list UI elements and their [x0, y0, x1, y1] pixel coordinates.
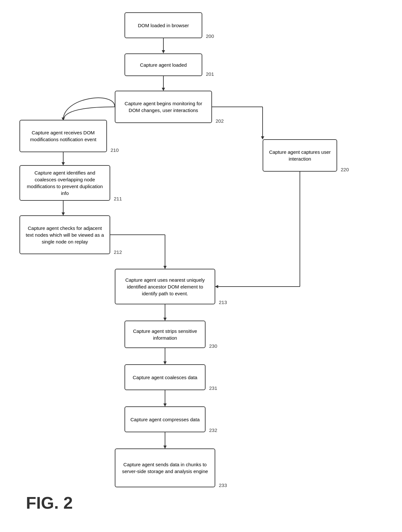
- label-b210: 210: [111, 147, 119, 153]
- box-b232: Capture agent compresses data232: [124, 406, 206, 432]
- label-b212: 212: [114, 249, 122, 255]
- box-b231: Capture agent coalesces data231: [124, 364, 206, 390]
- box-b233: Capture agent sends data in chunks to se…: [115, 448, 215, 487]
- label-b231: 231: [209, 385, 217, 391]
- label-b233: 233: [219, 482, 227, 489]
- box-b210: Capture agent receives DOM modifications…: [19, 120, 107, 152]
- label-b200: 200: [206, 33, 214, 40]
- svg-marker-1: [162, 50, 165, 53]
- box-b201: Capture agent loaded201: [124, 53, 202, 76]
- box-b213: Capture agent uses nearest uniquely iden…: [115, 269, 215, 304]
- label-b201: 201: [206, 71, 214, 77]
- label-b202: 202: [216, 118, 224, 124]
- label-b213: 213: [219, 299, 227, 306]
- label-b220: 220: [341, 166, 349, 173]
- svg-marker-17: [215, 285, 218, 288]
- diagram-container: FIG. 2 DOM loaded in browser200Capture a…: [0, 0, 402, 532]
- box-b202: Capture agent begins monitoring for DOM …: [115, 91, 212, 123]
- fig-label: FIG. 2: [26, 493, 73, 513]
- box-b230: Capture agent strips sensitive informati…: [124, 321, 206, 348]
- box-b212: Capture agent checks for adjacent text n…: [19, 215, 110, 254]
- label-b211: 211: [114, 195, 122, 202]
- box-b200: DOM loaded in browser200: [124, 12, 202, 38]
- label-b232: 232: [209, 427, 217, 434]
- box-b211: Capture agent identifies and coalesces o…: [19, 165, 110, 201]
- label-b230: 230: [209, 343, 217, 349]
- box-b220: Capture agent captures user interaction2…: [263, 139, 337, 172]
